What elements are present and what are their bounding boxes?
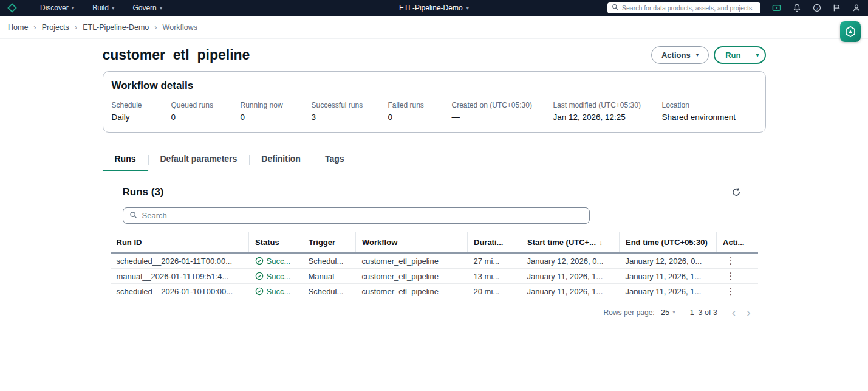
amazon-q-button[interactable] [840,21,861,42]
detail-queued-runs: Queued runs 0 [171,101,231,122]
table-row: manual__2026-01-11T09:51:4... Succ... Ma… [111,269,758,284]
table-row: scheduled__2026-01-11T00:00... Succ... S… [111,253,758,269]
table-header-row: Run ID Status Trigger Workflow Durati...… [111,232,758,254]
amazon-q-icon [844,26,856,38]
run-id-cell: scheduled__2026-01-11T00:00... [111,253,249,269]
help-icon[interactable]: ? [813,4,821,12]
start-time-cell: January 11, 2026, 1... [521,284,620,299]
top-navigation: Discover ▾ Build ▾ Govern ▾ ETL-Pipeline… [0,0,868,16]
trigger-cell: Schedul... [302,284,356,299]
column-header-trigger[interactable]: Trigger [302,232,356,254]
run-id-cell: manual__2026-01-11T09:51:4... [111,269,249,284]
refresh-button[interactable] [730,186,742,198]
tab-bar: Runs Default parameters Definition Tags [103,148,766,171]
pagination: Rows per page: 25 ▾ 1–3 of 3 ‹ › [103,306,753,318]
duration-cell: 13 mi... [468,269,521,284]
tab-definition[interactable]: Definition [249,148,313,171]
run-id-cell: scheduled__2026-01-10T00:00... [111,284,249,299]
notifications-bell-icon[interactable] [793,4,801,12]
row-actions-kebab-icon[interactable]: ⋮ [723,256,739,265]
duration-cell: 27 mi... [468,253,521,269]
success-check-icon [255,257,264,265]
run-button[interactable]: Run [714,46,750,64]
detail-created-on: Created on (UTC+05:30) — [452,101,544,122]
column-header-end-time[interactable]: End time (UTC+05:30) [620,232,717,254]
status-badge: Succ... [255,257,296,266]
video-icon[interactable] [772,4,781,13]
runs-panel: Runs (3) Run ID S [103,186,766,318]
chevron-down-icon: ▾ [756,52,759,58]
chevron-down-icon: ▾ [696,52,699,58]
global-search[interactable] [607,2,760,13]
detail-location: Location Shared environment [662,101,757,122]
detail-successful-runs: Successful runs 3 [312,101,378,122]
workflow-details-card: Workflow details Schedule Daily Queued r… [103,71,766,133]
tab-default-parameters[interactable]: Default parameters [148,148,250,171]
table-row: scheduled__2026-01-10T00:00... Succ... S… [111,284,758,299]
workflow-cell: customer_etl_pipeline [356,253,468,269]
project-selector[interactable]: ETL-Pipeline-Demo ▾ [399,4,469,12]
trigger-cell: Schedul... [302,253,356,269]
breadcrumb-home[interactable]: Home [8,23,28,32]
tab-tags[interactable]: Tags [313,148,357,171]
runs-heading: Runs (3) [123,186,164,198]
detail-last-modified: Last modified (UTC+05:30) Jan 12, 2026, … [553,101,652,122]
breadcrumb-projects[interactable]: Projects [42,23,69,32]
column-header-workflow[interactable]: Workflow [356,232,468,254]
row-actions-kebab-icon[interactable]: ⋮ [723,271,739,280]
success-check-icon [255,272,264,280]
search-icon [129,210,137,221]
run-split-button: Run ▾ [714,46,765,64]
success-check-icon [255,287,264,296]
chevron-down-icon: ▾ [112,5,115,11]
detail-schedule: Schedule Daily [112,101,162,122]
feedback-flag-icon[interactable] [833,4,841,12]
status-badge: Succ... [255,272,296,281]
chevron-down-icon: ▾ [72,5,75,11]
runs-search[interactable] [123,207,590,224]
refresh-icon [731,187,741,197]
breadcrumb-workflows: Workflows [163,23,197,32]
end-time-cell: January 11, 2026, 1... [620,269,717,284]
column-header-duration[interactable]: Durati... [468,232,521,254]
start-time-cell: January 11, 2026, 1... [521,269,620,284]
rows-per-page-label: Rows per page: [604,308,655,317]
workflow-cell: customer_etl_pipeline [356,284,468,299]
chevron-right-icon: › [75,22,77,32]
nav-menu-discover[interactable]: Discover ▾ [40,4,74,12]
nav-menu-build[interactable]: Build ▾ [92,4,114,12]
column-header-run-id[interactable]: Run ID [111,232,249,254]
chevron-right-icon: › [154,22,157,32]
detail-failed-runs: Failed runs 0 [388,101,442,122]
workflow-cell: customer_etl_pipeline [356,269,468,284]
start-time-cell: January 12, 2026, 0... [521,253,620,269]
runs-search-input[interactable] [142,211,583,220]
runs-table: Run ID Status Trigger Workflow Durati...… [111,232,758,299]
tab-runs[interactable]: Runs [103,148,148,171]
column-header-status[interactable]: Status [249,232,302,254]
row-actions-kebab-icon[interactable]: ⋮ [723,286,739,296]
column-header-start-time[interactable]: Start time (UTC+...↓ [521,232,620,254]
actions-button[interactable]: Actions ▾ [651,46,709,64]
search-icon [612,4,618,12]
duration-cell: 20 mi... [468,284,521,299]
previous-page-button[interactable]: ‹ [730,306,738,318]
run-options-button[interactable]: ▾ [750,46,765,64]
column-header-action: Acti... [717,232,758,254]
chevron-down-icon: ▾ [672,310,675,315]
main-content: customer_etl_pipeline Actions ▾ Run ▾ Wo… [103,46,766,318]
rows-per-page-select[interactable]: 25 ▾ [661,308,675,317]
chevron-down-icon: ▾ [466,5,470,11]
end-time-cell: January 11, 2026, 1... [620,284,717,299]
nav-menu-govern[interactable]: Govern ▾ [132,4,162,12]
svg-text:?: ? [816,5,818,11]
chevron-right-icon: › [33,22,36,32]
app-logo-icon[interactable] [7,3,17,13]
page-title: customer_etl_pipeline [103,47,651,63]
next-page-button[interactable]: › [744,306,753,318]
user-menu-icon[interactable] [852,4,861,12]
chevron-down-icon: ▾ [160,5,163,11]
details-title: Workflow details [112,80,757,92]
breadcrumb-project-name[interactable]: ETL-Pipeline-Demo [83,23,149,32]
global-search-input[interactable] [622,4,756,12]
